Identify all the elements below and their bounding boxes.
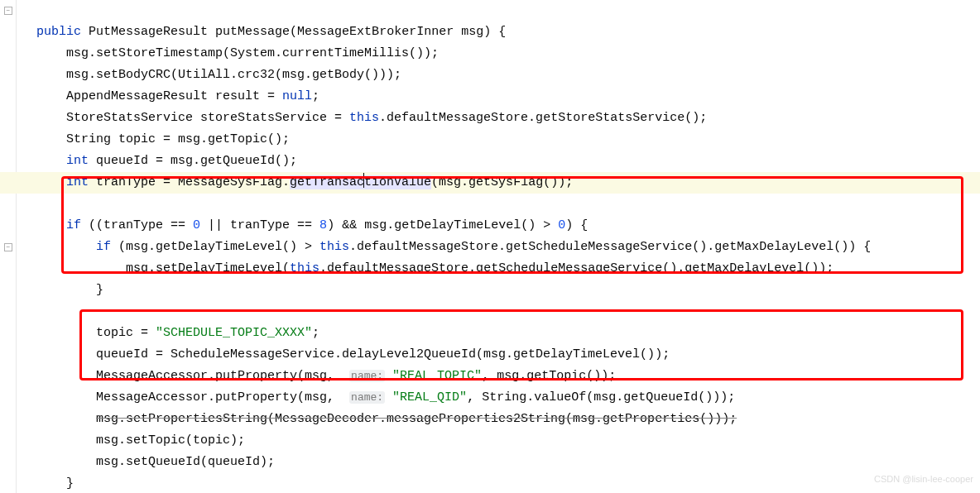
code-line: }	[36, 476, 74, 491]
code-line: msg.setPropertiesString(MessageDecoder.m…	[36, 412, 737, 426]
code-line: MessageAccessor.putProperty(msg, name: "…	[36, 369, 616, 383]
code-line: if ((tranType == 0 || tranType == 8) && …	[36, 218, 588, 232]
code-line: msg.setStoreTimestamp(System.currentTime…	[36, 46, 439, 60]
fold-marker-icon[interactable]: −	[4, 243, 12, 251]
code-line: MessageAccessor.putProperty(msg, name: "…	[36, 390, 735, 404]
watermark: CSDN @lisin-lee-cooper	[874, 468, 973, 490]
fold-marker-icon[interactable]: −	[4, 7, 12, 15]
code-line: String topic = msg.getTopic();	[36, 132, 290, 146]
code-line: public PutMessageResult putMessage(Messa…	[36, 25, 506, 39]
code-line: int queueId = msg.getQueueId();	[36, 154, 297, 168]
code-line: StoreStatsService storeStatsService = th…	[36, 111, 707, 125]
code-line: msg.setDelayTimeLevel(this.defaultMessag…	[36, 261, 833, 275]
code-line: AppendMessageResult result = null;	[36, 89, 319, 103]
code-line: }	[36, 283, 103, 297]
code-line: msg.setTopic(topic);	[36, 433, 245, 448]
code-line: queueId = ScheduleMessageService.delayLe…	[36, 347, 670, 361]
code-line: if (msg.getDelayTimeLevel() > this.defau…	[36, 240, 871, 254]
param-hint: name:	[349, 391, 385, 404]
gutter: − − −	[0, 0, 17, 493]
code-line	[36, 304, 44, 318]
code-line: msg.setBodyCRC(UtilAll.crc32(msg.getBody…	[36, 68, 401, 82]
code-editor[interactable]: public PutMessageResult putMessage(Messa…	[17, 0, 980, 493]
param-hint: name:	[349, 370, 385, 382]
code-line: msg.setQueueId(queueId);	[36, 455, 275, 469]
strikethrough-code: msg.setPropertiesString(MessageDecoder.m…	[96, 412, 737, 426]
code-line: topic = "SCHEDULE_TOPIC_XXXX";	[36, 326, 319, 340]
text-selection: getTransac	[290, 175, 364, 189]
highlighted-line: int tranType = MessageSysFlag.getTransac…	[0, 172, 980, 194]
